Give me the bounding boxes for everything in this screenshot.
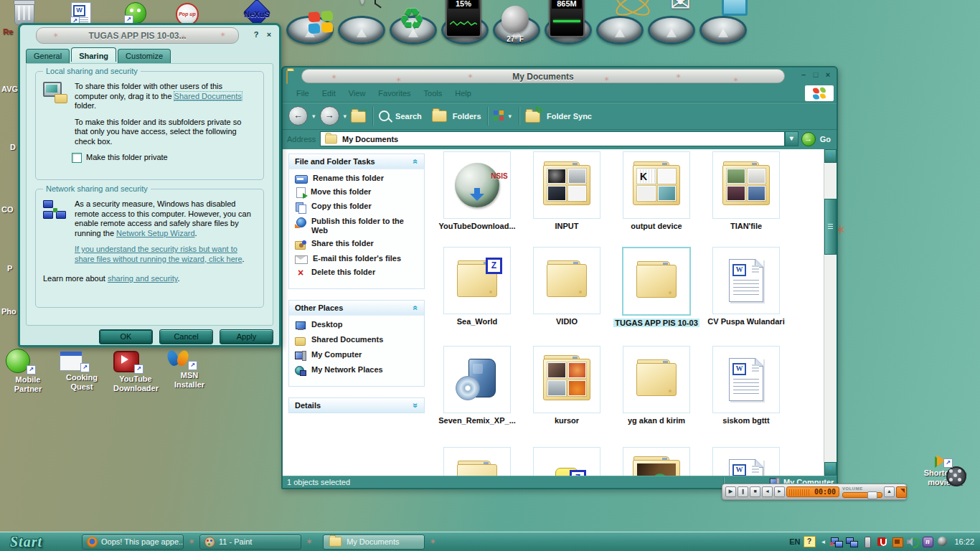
task-delete-folder[interactable]: ×Delete this folder bbox=[295, 268, 420, 279]
desktop-icon-cooking-quest[interactable]: ↗ Cooking Quest bbox=[60, 349, 104, 394]
file-vidio[interactable]: VIDIO bbox=[523, 247, 611, 326]
play-button[interactable]: ▶ bbox=[725, 486, 736, 497]
place-desktop[interactable]: Desktop bbox=[295, 320, 420, 331]
forward-dropdown[interactable]: ▾ bbox=[342, 113, 349, 120]
file-row4-zip[interactable]: Z bbox=[523, 447, 611, 476]
desktop-icon-creature-shortcut[interactable]: ↗ bbox=[125, 2, 146, 24]
stop-button[interactable]: ■ bbox=[750, 486, 760, 497]
task-publish-folder[interactable]: Publish this folder to the Web bbox=[295, 217, 420, 235]
file-row4-folder[interactable] bbox=[433, 447, 521, 476]
help-button[interactable]: ? bbox=[250, 29, 262, 41]
task-email-files[interactable]: E-mail this folder's files bbox=[295, 254, 420, 264]
place-shared-documents[interactable]: Shared Documents bbox=[295, 335, 420, 347]
taskbar-item-paint[interactable]: 11 - Paint bbox=[199, 534, 301, 550]
file-tian-file[interactable]: TIAN'file bbox=[702, 151, 790, 230]
back-dropdown[interactable]: ▾ bbox=[311, 113, 317, 120]
taskbar-item-my-documents[interactable]: My Documents bbox=[323, 534, 425, 550]
menu-view[interactable]: View bbox=[342, 89, 372, 98]
desktop-icon-mobile-partner[interactable]: ↗ Mobile Partner bbox=[6, 349, 50, 394]
dock-item-mail[interactable]: ✉ bbox=[647, 1, 693, 44]
section-header[interactable]: File and Folder Tasks « bbox=[289, 154, 424, 169]
maximize-button[interactable]: □ bbox=[810, 70, 821, 81]
next-button[interactable]: ► bbox=[774, 486, 785, 497]
place-my-computer[interactable]: My Computer bbox=[295, 350, 420, 362]
vertical-scrollbar[interactable]: « » bbox=[824, 149, 837, 476]
tray-collapse-arrow[interactable]: ◄ bbox=[819, 539, 829, 545]
file-seven-remix[interactable]: Seven_Remix_XP_... bbox=[433, 346, 521, 425]
explorer-titlebar[interactable]: ✶ ✶ ✶ ✶ ✶ ✶ My Documents – □ × bbox=[283, 67, 837, 85]
menu-favorites[interactable]: Favorites bbox=[372, 89, 417, 98]
player-menu-button[interactable] bbox=[896, 486, 907, 498]
file-row4-book-folder[interactable] bbox=[613, 447, 700, 476]
volume-icon[interactable] bbox=[906, 536, 918, 547]
close-button[interactable]: × bbox=[263, 29, 275, 41]
desktop-icon-recycle-bin[interactable] bbox=[14, 2, 34, 25]
close-button[interactable]: × bbox=[822, 70, 834, 81]
network-setup-wizard-link[interactable]: Network Setup Wizard bbox=[116, 229, 194, 237]
desktop-icon-youtube-downloader[interactable]: ↗ YouTube Downloader bbox=[113, 349, 158, 394]
dialog-titlebar[interactable]: ✶ ✶ ✶ TUGAS APP PIS 10-03... ? × bbox=[23, 27, 276, 44]
desktop-icon-moviemk[interactable]: ↗ Shortcut to moviemk bbox=[923, 466, 967, 487]
menu-edit[interactable]: Edit bbox=[316, 89, 342, 98]
minimize-button[interactable]: – bbox=[798, 70, 809, 81]
file-tugas-app-pis-selected[interactable]: TUGAS APP PIS 10-03 bbox=[613, 247, 700, 327]
network-icon[interactable] bbox=[846, 536, 858, 547]
purple-n-icon[interactable]: n bbox=[921, 536, 933, 547]
folder-sync-button[interactable]: Folder Sync bbox=[547, 112, 592, 121]
network-disabled-icon[interactable]: × bbox=[831, 536, 843, 547]
tab-sharing[interactable]: Sharing bbox=[71, 47, 116, 62]
previous-button[interactable]: ◄ bbox=[762, 486, 773, 497]
file-row4-word[interactable]: W bbox=[702, 447, 790, 476]
desktop-icon-msn-installer[interactable]: ↗ MSN Installer bbox=[167, 349, 212, 394]
file-kursor[interactable]: kursor bbox=[523, 346, 611, 425]
file-sea-world[interactable]: Z Sea_World bbox=[433, 247, 521, 326]
language-indicator[interactable]: EN bbox=[789, 537, 800, 546]
section-header[interactable]: Other Places « bbox=[289, 301, 424, 316]
scroll-up-button[interactable]: « bbox=[824, 149, 837, 163]
file-input[interactable]: INPUT bbox=[523, 151, 611, 230]
folders-button[interactable]: Folders bbox=[453, 112, 481, 121]
dock-item-clock[interactable] bbox=[337, 1, 383, 44]
task-copy-folder[interactable]: Copy this folder bbox=[295, 202, 420, 213]
task-move-folder[interactable]: Move this folder bbox=[295, 187, 420, 198]
views-icon[interactable] bbox=[494, 110, 504, 121]
dock-item-cpu-meter[interactable]: 15% bbox=[440, 1, 486, 44]
desktop-icon-word-shortcut[interactable]: W↗ bbox=[71, 2, 91, 25]
dock-item-camera[interactable] bbox=[699, 1, 745, 44]
up-button[interactable]: ↑ bbox=[351, 110, 367, 123]
ok-button[interactable]: OK bbox=[99, 329, 153, 344]
menu-file[interactable]: File bbox=[290, 89, 316, 98]
scrollbar-thumb[interactable] bbox=[824, 199, 837, 255]
start-button[interactable]: Start bbox=[0, 533, 82, 550]
device-icon[interactable] bbox=[861, 536, 873, 547]
tab-customize[interactable]: Customize bbox=[118, 49, 171, 63]
taskbar-item-firefox[interactable]: Oops! This page appe... bbox=[82, 534, 184, 550]
file-output-device[interactable]: K output device bbox=[613, 151, 700, 230]
views-dropdown[interactable]: ▾ bbox=[507, 113, 514, 120]
expand-chevron-icon[interactable]: » bbox=[413, 403, 420, 408]
scroll-down-button[interactable]: » bbox=[824, 462, 837, 476]
volume-knob[interactable] bbox=[867, 491, 877, 499]
file-youtubedownloader[interactable]: NSIS YouTubeDownload... bbox=[433, 151, 521, 230]
forward-button[interactable]: → bbox=[320, 106, 339, 126]
pause-button[interactable]: ∥ bbox=[738, 486, 748, 497]
go-button[interactable]: → bbox=[801, 132, 816, 146]
task-share-folder[interactable]: Share this folder bbox=[295, 239, 420, 250]
volume-control[interactable]: VOLUME bbox=[842, 486, 882, 498]
pdf-icon[interactable] bbox=[876, 536, 888, 547]
make-private-checkbox[interactable] bbox=[72, 153, 82, 163]
section-header[interactable]: Details » bbox=[289, 398, 424, 413]
dock-item-recycle[interactable]: ♻ bbox=[389, 1, 435, 44]
dock-item-network-globe[interactable] bbox=[595, 1, 641, 44]
file-siskom[interactable]: W siskom bgttt bbox=[702, 346, 790, 425]
place-my-network[interactable]: My Network Places bbox=[295, 365, 420, 377]
dock-item-ram-meter[interactable]: 865M bbox=[544, 1, 590, 44]
file-yg-akan-d-kirim[interactable]: yg akan d kirim bbox=[613, 346, 700, 425]
address-input[interactable]: My Documents bbox=[320, 131, 785, 146]
collapse-chevron-icon[interactable]: « bbox=[413, 159, 420, 164]
eject-button[interactable]: ▲ bbox=[884, 486, 895, 497]
menu-tools[interactable]: Tools bbox=[418, 89, 449, 98]
back-button[interactable]: ← bbox=[288, 106, 308, 126]
address-dropdown-button[interactable]: ▾ bbox=[785, 131, 798, 146]
sharing-security-link[interactable]: sharing and security bbox=[108, 274, 178, 283]
